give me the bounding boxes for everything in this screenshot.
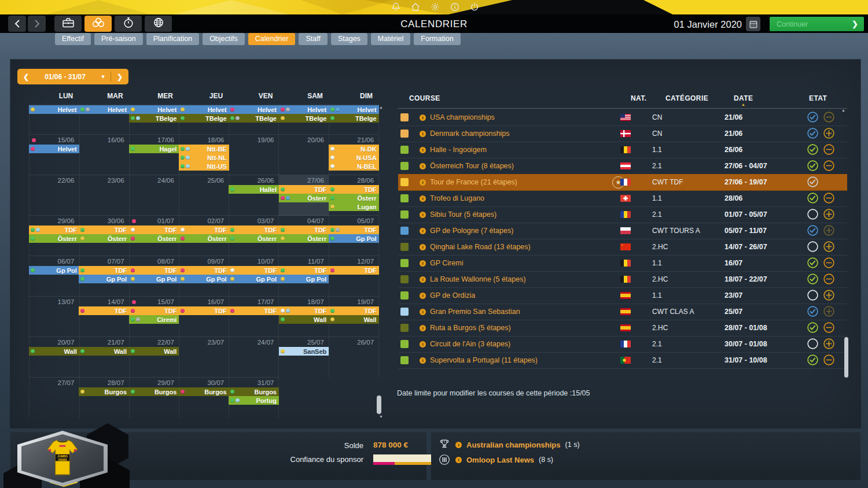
calendar-event-bar[interactable]: TDF — [129, 306, 179, 315]
power-icon[interactable] — [470, 2, 479, 12]
calendar-event-bar[interactable]: TDF — [329, 266, 379, 275]
participation-check-icon[interactable] — [807, 321, 819, 334]
calendar-event-bar[interactable]: Gp Pol — [129, 275, 179, 283]
news-label[interactable]: Australian championships — [466, 441, 561, 449]
race-name[interactable]: Qinghai Lake Road (13 étapes) — [430, 243, 531, 251]
info-icon[interactable]: i — [420, 244, 426, 250]
participation-check-icon[interactable] — [807, 160, 819, 172]
calendar-event-bar[interactable]: Helvet — [129, 105, 179, 114]
back-button[interactable] — [8, 16, 26, 32]
calendar-event-bar[interactable]: Ntt-US — [179, 162, 229, 171]
calendar-event-bar[interactable]: N-DK — [329, 145, 379, 153]
participation-check-icon[interactable] — [807, 192, 819, 204]
race-row[interactable]: iGP de Pologne (7 étapes)CWT TOURS A05/0… — [398, 223, 847, 239]
calendar-event-bar[interactable]: Österr — [79, 234, 129, 243]
info-icon[interactable]: i — [420, 309, 426, 315]
race-name[interactable]: La Route Wallonne (5 étapes) — [430, 275, 526, 283]
calendar-event-bar[interactable]: Gp Pol — [179, 275, 229, 283]
range-dropdown-icon[interactable]: ▾ — [95, 73, 111, 80]
news-label[interactable]: Omloop Last News — [466, 456, 534, 464]
info-icon[interactable]: i — [420, 357, 426, 364]
calendar-event-bar[interactable]: TBelge — [129, 114, 179, 123]
info-icon[interactable]: i — [420, 260, 426, 267]
race-name[interactable]: Gran Premio San Sebastian — [430, 308, 520, 316]
calendar-event-bar[interactable]: Ntt-BE — [179, 145, 229, 153]
add-race-icon[interactable] — [823, 338, 835, 350]
calendar-event-bar[interactable]: Österr — [129, 234, 179, 243]
race-name[interactable]: Sibiu Tour (5 étapes) — [430, 210, 496, 219]
calendar-event-bar[interactable]: Gp Pol — [29, 266, 79, 275]
race-row[interactable]: iTrofeo di Lugano1.128/06 — [398, 190, 847, 207]
calendar-event-bar[interactable]: Gp Pol — [229, 275, 279, 283]
info-icon[interactable]: i — [420, 325, 426, 331]
calendar-event-bar[interactable]: TDF — [79, 225, 129, 234]
calendar-event-bar[interactable]: Österr — [279, 234, 329, 243]
race-name[interactable]: USA championships — [430, 113, 495, 121]
info-icon[interactable]: i — [420, 276, 426, 283]
calendar-event-bar[interactable]: Wall — [329, 315, 379, 324]
calendar-event-bar[interactable]: TBelge — [179, 114, 229, 123]
calendar-event-bar[interactable]: Burgos — [229, 387, 279, 396]
remove-race-icon[interactable] — [823, 192, 835, 204]
race-row[interactable]: iSupervolta a Portugal (11 étapes)2.131/… — [398, 352, 847, 369]
forward-button[interactable] — [28, 16, 46, 32]
calendar-event-bar[interactable]: Österr — [29, 234, 79, 243]
calendar-event-bar[interactable]: TDF — [179, 225, 229, 234]
tab-stages[interactable]: Stages — [331, 33, 367, 45]
race-name[interactable]: GP de Pologne (7 étapes) — [430, 227, 513, 235]
calendar-event-bar[interactable]: Ciremi — [129, 315, 179, 324]
tab-formation[interactable]: Formation — [414, 33, 460, 45]
calendar-event-bar[interactable]: Helvet — [329, 105, 379, 114]
race-row[interactable]: iQinghai Lake Road (13 étapes)2.HC14/07 … — [398, 239, 847, 256]
calendar-event-bar[interactable]: Helvet — [79, 105, 129, 114]
info-icon[interactable]: i — [420, 341, 426, 347]
calendar-event-bar[interactable]: N-USA — [329, 153, 379, 162]
calendar-event-bar[interactable]: Helvet — [229, 105, 279, 114]
range-prev-icon[interactable]: ❮ — [17, 73, 35, 81]
tab-planification[interactable]: Planification — [146, 33, 199, 45]
participation-check-icon[interactable] — [807, 208, 819, 220]
column-header-date[interactable]: DATE — [734, 94, 753, 102]
info-icon[interactable]: i — [420, 163, 426, 169]
calendar-event-bar[interactable]: Helvet — [179, 105, 229, 114]
calendar-event-bar[interactable]: TBelge — [329, 114, 379, 123]
race-name[interactable]: Circuit de l'Ain (3 étapes) — [430, 340, 510, 348]
calendar-event-bar[interactable]: Gp Pol — [279, 275, 329, 283]
race-row[interactable]: iDenmark championshipsCN21/06 — [398, 125, 847, 142]
calendar-date-button[interactable] — [746, 17, 760, 31]
calendar-event-bar[interactable]: Helvet — [279, 105, 329, 114]
calendar-event-bar[interactable]: TDF — [129, 225, 179, 234]
calendar-event-bar[interactable]: Ntt-NL — [179, 153, 229, 162]
calendar-event-bar[interactable]: TDF — [279, 266, 329, 275]
info-icon[interactable]: i — [420, 179, 426, 186]
bell-icon[interactable] — [391, 2, 400, 12]
calendar-scroll-up-icon[interactable]: ▲ — [379, 105, 383, 109]
calendar-scroll-down-icon[interactable]: ▼ — [379, 415, 383, 419]
participation-check-icon[interactable] — [807, 257, 819, 269]
remove-race-icon[interactable] — [823, 160, 835, 172]
calendar-event-bar[interactable]: Burgos — [179, 387, 229, 396]
info-icon[interactable]: i — [420, 131, 426, 137]
race-name[interactable]: GP de Ordizia — [430, 291, 475, 300]
home-icon[interactable] — [411, 2, 420, 12]
calendar-event-bar[interactable]: TDF — [229, 266, 279, 275]
remove-race-icon[interactable] — [823, 273, 835, 285]
column-header-etat[interactable]: ETAT — [809, 94, 827, 102]
participation-check-icon[interactable] — [807, 273, 819, 285]
calendar-event-bar[interactable]: TDF — [329, 306, 379, 315]
module-button-globe[interactable] — [145, 16, 172, 32]
calendar-event-bar[interactable]: Hagel — [129, 145, 179, 153]
add-race-icon[interactable] — [823, 241, 835, 253]
race-name[interactable]: Supervolta a Portugal (11 étapes) — [430, 356, 538, 364]
calendar-event-bar[interactable]: Lugan — [329, 202, 379, 211]
calendar-event-bar[interactable]: Österr — [329, 194, 379, 202]
participation-check-icon[interactable] — [807, 224, 819, 236]
calendar-event-bar[interactable]: Burgos — [79, 387, 129, 396]
calendar-event-bar[interactable]: TDF — [79, 266, 129, 275]
participation-check-icon[interactable] — [807, 176, 819, 188]
tab-pr-saison[interactable]: Pré-saison — [94, 33, 143, 45]
race-row[interactable]: iÖsterreich Tour (8 étapes)2.127/06 - 04… — [398, 158, 847, 175]
calendar-event-bar[interactable]: TDF — [29, 225, 79, 234]
calendar-event-bar[interactable]: Österr — [279, 194, 329, 202]
info-icon[interactable]: i — [420, 114, 426, 121]
